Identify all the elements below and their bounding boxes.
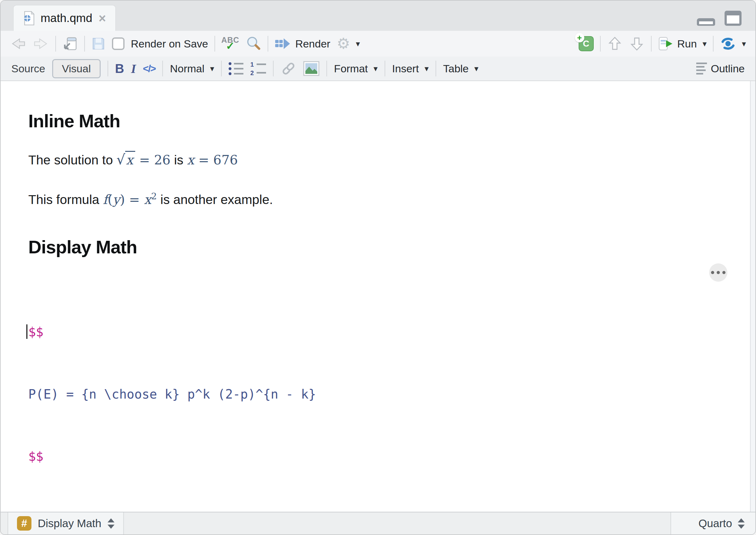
publish-icon: [720, 36, 736, 51]
format-label: Quarto: [698, 517, 732, 530]
toolbar-separator: [221, 61, 222, 76]
run-label: Run: [677, 38, 697, 50]
minimize-icon[interactable]: [697, 18, 715, 26]
render-on-save-label: Render on Save: [131, 38, 208, 50]
chevron-down-icon: ▾: [374, 64, 378, 73]
toolbar-separator: [713, 36, 713, 51]
bullet-list-icon[interactable]: [229, 62, 244, 75]
italic-button[interactable]: I: [131, 61, 136, 76]
tab-bar: math.qmd ×: [1, 1, 755, 31]
paragraph-inline-math-2[interactable]: This formula f(y) = x2 is another exampl…: [28, 188, 711, 209]
save-icon[interactable]: [91, 37, 106, 51]
code-line-3: $$: [28, 446, 711, 467]
paragraph-inline-math-1[interactable]: The solution to √x = 26 is x = 676: [28, 151, 711, 169]
paragraph-style-value: Normal: [170, 63, 204, 75]
primary-toolbar: Render on Save ABC ✓ Render: [1, 31, 755, 57]
code-line-1: $$: [28, 322, 711, 342]
go-to-next-chunk-icon[interactable]: [629, 36, 645, 52]
toolbar-separator: [55, 36, 56, 51]
back-icon[interactable]: [10, 37, 26, 51]
source-mode-button[interactable]: Source: [11, 63, 45, 75]
toolbar-separator: [84, 36, 85, 51]
format-menu[interactable]: Format ▾: [334, 63, 378, 75]
run-icon: [658, 36, 674, 51]
maximize-icon[interactable]: [725, 11, 741, 26]
chevron-down-icon: ▾: [474, 64, 478, 73]
forward-icon[interactable]: [33, 37, 49, 51]
more-options-button[interactable]: [709, 264, 727, 282]
sort-arrows-icon: [738, 518, 745, 529]
toolbar-separator: [107, 61, 108, 76]
toolbar-separator: [385, 61, 385, 76]
numbered-list-icon[interactable]: 1 2: [250, 61, 266, 76]
toolbar-separator: [600, 36, 601, 51]
format-toolbar: Source Visual B I </> Normal ▾ 1 2: [1, 57, 755, 81]
image-icon[interactable]: [303, 61, 320, 76]
table-menu[interactable]: Table ▾: [443, 63, 478, 75]
chevron-down-icon: ▾: [356, 39, 360, 49]
search-icon[interactable]: [246, 36, 261, 51]
insert-chunk-button[interactable]: + C: [579, 36, 594, 51]
link-icon[interactable]: [280, 61, 296, 76]
outline-icon: [696, 63, 707, 74]
bold-button[interactable]: B: [115, 62, 124, 76]
paragraph-style-dropdown[interactable]: Normal ▾: [170, 63, 214, 75]
chevron-down-icon: ▾: [703, 39, 707, 49]
current-section-label: Display Math: [38, 517, 101, 530]
render-icon: [275, 37, 292, 51]
go-to-previous-chunk-icon[interactable]: [607, 36, 623, 52]
outline-location-button[interactable]: # Display Math: [8, 512, 124, 534]
math-source-block[interactable]: $$ P(E) = {n \choose k} p^k (2-p)^{n - k…: [28, 280, 711, 508]
text-cursor: [26, 324, 27, 339]
heading-hash-icon: #: [17, 516, 31, 531]
code-button[interactable]: </>: [143, 63, 155, 74]
toolbar-separator: [436, 61, 436, 76]
code-line-2: P(E) = {n \choose k} p^k (2-p)^{n - k}: [28, 384, 711, 405]
plus-badge-icon: +: [575, 33, 584, 42]
vertical-scrollbar[interactable]: [750, 81, 755, 512]
quarto-file-icon: [23, 11, 36, 25]
gear-icon: ⚙: [336, 36, 350, 51]
heading-display-math[interactable]: Display Math: [28, 236, 711, 258]
editor-canvas[interactable]: Inline Math The solution to √x = 26 is x…: [1, 81, 755, 512]
visual-mode-button[interactable]: Visual: [52, 59, 101, 78]
toolbar-separator: [215, 36, 215, 51]
open-in-new-window-icon[interactable]: [62, 36, 78, 51]
tab-math-qmd[interactable]: math.qmd ×: [13, 5, 116, 31]
run-button[interactable]: Run ▾: [658, 36, 707, 51]
render-button[interactable]: Render: [275, 37, 331, 51]
window-controls: [697, 11, 741, 26]
render-on-save-checkbox[interactable]: [112, 38, 125, 50]
render-options-button[interactable]: ⚙ ▾: [336, 36, 360, 51]
toolbar-separator: [273, 61, 274, 76]
toolbar-separator: [327, 61, 327, 76]
tab-close-icon[interactable]: ×: [99, 12, 106, 24]
chevron-down-icon: ▾: [210, 64, 214, 73]
publish-button[interactable]: ▾: [720, 36, 746, 51]
status-bar: # Display Math Quarto: [1, 512, 755, 534]
outline-toggle[interactable]: Outline: [696, 63, 745, 75]
chevron-down-icon: ▾: [424, 64, 429, 73]
heading-inline-math[interactable]: Inline Math: [28, 110, 711, 132]
toolbar-separator: [162, 61, 163, 76]
spellcheck-icon[interactable]: ABC ✓: [221, 37, 239, 50]
sort-arrows-icon: [107, 518, 114, 529]
render-label: Render: [295, 38, 331, 50]
rstudio-editor-window: math.qmd ×: [0, 0, 756, 535]
toolbar-separator: [651, 36, 652, 51]
toolbar-separator: [268, 36, 268, 51]
tab-title: math.qmd: [41, 12, 93, 25]
document-format-button[interactable]: Quarto: [670, 512, 755, 534]
insert-menu[interactable]: Insert ▾: [392, 63, 429, 75]
chevron-down-icon: ▾: [742, 39, 746, 49]
